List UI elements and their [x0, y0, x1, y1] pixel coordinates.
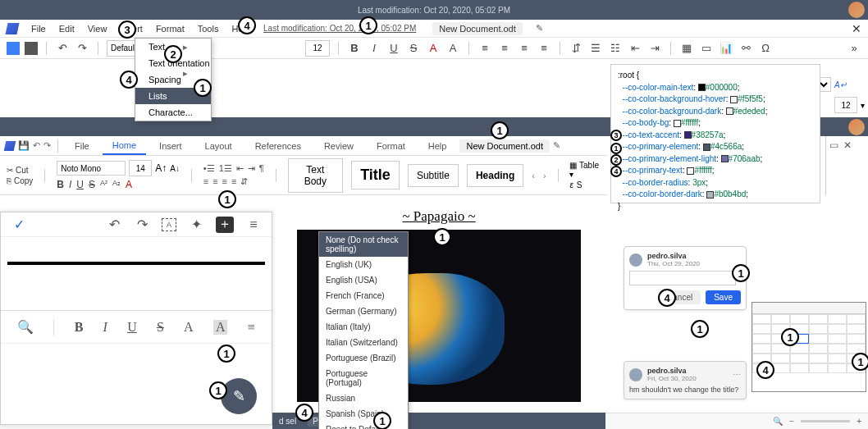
ext-icon[interactable]: ▭ — [829, 139, 838, 151]
strike2-button[interactable]: S — [89, 179, 95, 190]
app2-save-icon[interactable]: 💾 — [18, 140, 30, 151]
align-m-icon[interactable]: ≡ — [248, 320, 255, 335]
doc-title[interactable]: ~ Papagaio ~ — [297, 208, 581, 225]
edit-fab[interactable]: ✎ — [221, 378, 257, 414]
underline-m-button[interactable]: U — [127, 320, 137, 335]
highlight-m-button[interactable]: A — [213, 320, 228, 335]
italic-m-button[interactable]: I — [103, 320, 107, 335]
style-heading[interactable]: Heading — [467, 164, 523, 187]
symbol-icon[interactable]: Ω — [758, 41, 773, 56]
zoom-slider[interactable] — [801, 420, 850, 422]
lang-none[interactable]: None (Do not check spelling) — [319, 232, 408, 257]
numbers-icon[interactable]: 1☰ — [219, 163, 232, 174]
image-icon[interactable]: ▭ — [699, 41, 714, 56]
format-character[interactable]: Characte... — [135, 104, 211, 121]
tab-review[interactable]: Review — [314, 138, 363, 154]
tab-insert[interactable]: Insert — [149, 138, 192, 154]
style-font-size[interactable] — [834, 97, 857, 113]
apply-style-icon[interactable]: A↵ — [834, 80, 847, 89]
align-r-icon[interactable]: ≡ — [222, 176, 227, 187]
menu-view[interactable]: View — [88, 24, 107, 34]
undo-icon[interactable]: ↶ — [55, 41, 70, 56]
close-button[interactable]: ✕ — [852, 22, 861, 35]
menu-icon[interactable]: ≡ — [245, 217, 262, 233]
menu-file[interactable]: File — [31, 24, 46, 34]
link-icon[interactable]: ⚯ — [738, 41, 753, 56]
user-avatar-2[interactable] — [848, 119, 865, 135]
align-j-icon[interactable]: ≡ — [231, 176, 236, 187]
add-icon[interactable]: ＋ — [216, 217, 234, 233]
strike-m-button[interactable]: S — [157, 320, 164, 335]
redo-mobile-icon[interactable]: ↷ — [134, 217, 150, 233]
search-mobile-icon[interactable]: 🔍 — [17, 319, 34, 335]
expand-toolbar-icon[interactable]: » — [847, 41, 861, 56]
font-color-button[interactable]: A — [426, 41, 441, 56]
zoom-in-icon[interactable]: + — [857, 417, 861, 426]
italic2-button[interactable]: I — [69, 179, 71, 190]
pilcrow-icon[interactable]: ¶ — [259, 163, 264, 174]
number-list-icon[interactable]: ☷ — [608, 41, 623, 56]
cut-button[interactable]: ✂Cut — [7, 166, 33, 175]
bold-m-button[interactable]: B — [75, 320, 84, 335]
line-spacing-icon[interactable]: ⇵ — [569, 41, 583, 56]
redo-icon[interactable]: ↷ — [75, 41, 89, 56]
indent-inc-icon[interactable]: ⇥ — [647, 41, 662, 56]
zoom-out-icon[interactable]: − — [789, 417, 794, 426]
comment-save-button[interactable]: Save — [706, 290, 741, 304]
breadcrumb-mod[interactable]: Last modification: Oct 20, 2020, 05:02 P… — [263, 24, 416, 33]
tab-home[interactable]: Home — [103, 137, 146, 155]
edit-docname2-icon[interactable]: ✎ — [553, 140, 560, 151]
tab-references[interactable]: References — [245, 138, 311, 154]
lang-de[interactable]: German (Germany) — [319, 303, 408, 319]
style-title[interactable]: Title — [351, 161, 400, 189]
bullets-icon[interactable]: •☰ — [203, 163, 215, 174]
copy-button[interactable]: ⎘Copy — [7, 176, 33, 185]
style-nav-right-icon[interactable]: › — [543, 171, 546, 180]
app2-redo-icon[interactable]: ↷ — [43, 140, 51, 151]
select-all-icon[interactable]: A — [162, 218, 176, 231]
tab-file[interactable]: File — [65, 138, 99, 154]
lang-fr[interactable]: French (France) — [319, 288, 408, 303]
align-right-icon[interactable]: ≡ — [517, 41, 532, 56]
spacing-icon[interactable]: ⇵ — [240, 176, 248, 187]
save-icon[interactable] — [7, 42, 20, 55]
font-size-select[interactable] — [129, 160, 152, 176]
tab-help[interactable]: Help — [418, 138, 457, 154]
lang-pt-pt[interactable]: Portuguese (Portugal) — [319, 366, 408, 390]
strike-button[interactable]: S — [406, 41, 421, 56]
align-c-icon[interactable]: ≡ — [212, 176, 217, 187]
lang-it-ch[interactable]: Italian (Switzerland) — [319, 335, 408, 350]
lang-en-us[interactable]: English (USA) — [319, 272, 408, 288]
comment-input[interactable] — [629, 271, 736, 285]
lang-reset[interactable]: Reset to Default Language — [319, 422, 408, 429]
menu-edit[interactable]: Edit — [59, 24, 75, 34]
chart-icon[interactable]: 📊 — [719, 41, 733, 56]
super-button[interactable]: A² — [100, 179, 107, 190]
menu-format[interactable]: Format — [156, 24, 185, 34]
indent-dec-icon[interactable]: ⇤ — [628, 41, 642, 56]
app2-doc-name[interactable]: New Document.odt — [459, 139, 550, 153]
document-name[interactable]: New Document.odt — [432, 22, 523, 35]
highlight-button[interactable]: A — [445, 41, 460, 56]
underline-button[interactable]: U — [386, 41, 401, 56]
justify-icon[interactable]: ≡ — [537, 41, 551, 56]
bold-button[interactable]: B — [347, 41, 362, 56]
lang-en-uk[interactable]: English (UK) — [319, 257, 408, 272]
style-dropdown-icon[interactable]: ▾ — [861, 101, 865, 110]
lang-it[interactable]: Italian (Italy) — [319, 319, 408, 335]
bullet-list-icon[interactable]: ☰ — [588, 41, 603, 56]
shrink-font-icon[interactable]: A↓ — [170, 164, 180, 173]
indent2-icon[interactable]: ⇥ — [248, 163, 255, 174]
align-l-icon[interactable]: ≡ — [203, 176, 208, 187]
table-icon[interactable]: ▦ — [679, 41, 694, 56]
style-text-body[interactable]: Text Body — [288, 158, 344, 193]
menu-tools[interactable]: Tools — [198, 24, 219, 34]
lang-pt-br[interactable]: Portuguese (Brazil) — [319, 350, 408, 366]
align-left-icon[interactable]: ≡ — [477, 41, 492, 56]
insert-mobile-icon[interactable]: ✦ — [188, 217, 204, 233]
lang-ru[interactable]: Russian — [319, 390, 408, 406]
insert-char-icon[interactable]: ε — [569, 180, 573, 189]
mobile-text-area[interactable] — [1, 237, 272, 311]
font-size-input[interactable] — [305, 40, 330, 57]
undo-mobile-icon[interactable]: ↶ — [106, 217, 122, 233]
